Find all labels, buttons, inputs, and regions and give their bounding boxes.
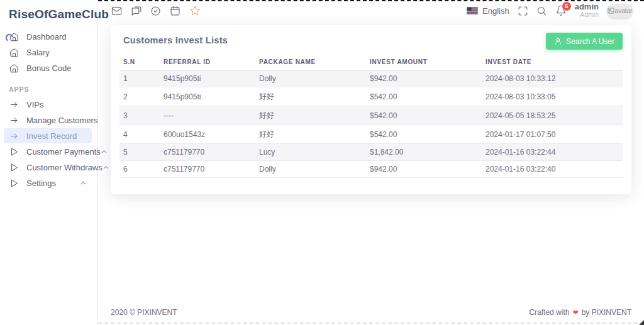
user-menu[interactable]: admin Admin <box>575 3 599 19</box>
sidebar-item-dashboard[interactable]: Dashboard <box>0 29 92 44</box>
cell-invest-date: 2024-05-05 18:53:25 <box>482 106 623 125</box>
col-header-referral-id: REFERRAL ID <box>160 55 255 70</box>
sidebar-item-label: Settings <box>26 179 80 188</box>
calendar-icon[interactable] <box>168 4 182 17</box>
cell-sn: 4 <box>119 125 160 144</box>
home-icon <box>9 31 19 42</box>
sidebar-item-label: Customer Withdraws <box>26 163 103 172</box>
heart-icon: ❤ <box>572 309 578 317</box>
table-row: 4 600uo1543z 好好 $542.00 2024-01-17 01:07… <box>119 125 623 144</box>
cell-referral-id: ---- <box>160 106 255 125</box>
col-header-invest-amount: INVEST AMOUNT <box>366 55 482 70</box>
arrow-right-icon <box>9 99 19 110</box>
cell-invest-date: 2024-08-03 10:33:05 <box>482 87 623 106</box>
table-header-row: S.N REFERRAL ID PACKAGE NAME INVEST AMOU… <box>119 55 623 70</box>
home-icon <box>9 47 19 58</box>
fullscreen-icon[interactable] <box>518 6 528 16</box>
cell-sn: 2 <box>119 87 160 106</box>
sidebar-item-settings[interactable]: Settings <box>0 175 92 190</box>
footer-crafted-suffix[interactable]: by PIXINVENT <box>582 308 631 317</box>
cell-invest-amount: $1,842.00 <box>366 144 482 161</box>
cell-package-name: 好好 <box>255 106 366 125</box>
sidebar-item-vips[interactable]: VIPs <box>0 97 92 112</box>
table-row: 5 c751179770 Lucy $1,842.00 2024-01-16 0… <box>119 144 623 161</box>
table-row: 2 9415p905ti 好好 $542.00 2024-08-03 10:33… <box>119 87 623 106</box>
bottom-dashed-border <box>98 322 644 324</box>
cell-package-name: Dolly <box>255 70 366 87</box>
sidebar-item-customer-withdraws[interactable]: Customer Withdraws <box>0 160 92 175</box>
search-a-user-label: Search A User <box>566 37 614 46</box>
sidebar: RiseOfGameClub Dashboard Salary Bonus Co… <box>0 0 98 325</box>
cell-invest-amount: $542.00 <box>366 87 482 106</box>
cell-referral-id: 9415p905ti <box>160 87 255 106</box>
sidebar-item-invest-record[interactable]: Invest Record <box>4 128 92 143</box>
sidebar-item-label: Customer Payments <box>26 147 101 157</box>
search-a-user-button[interactable]: Search A User <box>546 33 623 50</box>
loading-spinner-icon <box>5 33 14 42</box>
language-selector[interactable]: English <box>467 6 509 16</box>
sidebar-item-customer-payments[interactable]: Customer Payments <box>0 144 92 159</box>
invest-table: S.N REFERRAL ID PACKAGE NAME INVEST AMOU… <box>119 55 623 178</box>
card-title: Customers Invest Lists <box>123 33 228 45</box>
chat-icon[interactable] <box>129 4 143 17</box>
cell-invest-date: 2024-08-03 10:33:12 <box>482 70 623 87</box>
star-icon[interactable] <box>187 4 202 17</box>
table-row: 1 9415p905ti Dolly $942.00 2024-08-03 10… <box>119 70 623 87</box>
home-icon <box>9 63 19 74</box>
main-area: Customers Invest Lists Search A User S.N… <box>98 19 644 308</box>
notification-badge: 5 <box>562 2 571 11</box>
navbar-right: English 5 admin Admin <box>467 3 633 19</box>
card-header: Customers Invest Lists Search A User <box>111 25 631 55</box>
cell-referral-id: 600uo1543z <box>160 125 255 144</box>
cell-referral-id: 9415p905ti <box>160 70 255 87</box>
cell-invest-date: 2024-01-17 01:07:50 <box>482 125 623 144</box>
sidebar-item-label: VIPs <box>26 100 87 109</box>
sidebar-item-salary[interactable]: Salary <box>0 45 92 60</box>
play-icon <box>9 178 19 189</box>
cell-sn: 1 <box>119 70 160 87</box>
invest-list-card: Customers Invest Lists Search A User S.N… <box>111 25 631 194</box>
cell-sn: 5 <box>119 144 160 161</box>
sidebar-item-bonus-code[interactable]: Bonus Code <box>0 60 92 75</box>
cell-referral-id: c751179770 <box>160 161 255 178</box>
cell-package-name: Lucy <box>255 144 366 161</box>
play-icon <box>9 146 19 157</box>
play-icon <box>9 162 19 173</box>
cell-invest-date: 2024-01-16 03:22:44 <box>482 144 623 161</box>
chevron-up-icon <box>80 180 87 187</box>
app-root: RiseOfGameClub Dashboard Salary Bonus Co… <box>0 0 644 325</box>
brand-logo[interactable]: RiseOfGameClub <box>0 4 97 29</box>
bookmark-shortcuts <box>109 4 202 17</box>
arrow-right-icon <box>9 131 19 141</box>
cell-invest-amount: $542.00 <box>366 106 482 125</box>
corner-resize-mark <box>639 320 644 325</box>
col-header-package-name: PACKAGE NAME <box>255 55 366 70</box>
sidebar-item-label: Bonus Code <box>26 63 87 73</box>
mail-icon[interactable] <box>109 4 124 17</box>
search-icon[interactable] <box>536 6 547 16</box>
chevron-up-icon <box>101 148 108 155</box>
cell-invest-amount: $942.00 <box>366 70 482 87</box>
sidebar-item-label: Manage Customers <box>26 116 97 125</box>
sidebar-item-label: Salary <box>26 48 87 57</box>
cell-sn: 3 <box>119 106 160 125</box>
notifications-bell-icon[interactable]: 5 <box>555 5 567 16</box>
avatar[interactable]: avatar <box>607 4 633 18</box>
language-label: English <box>482 6 509 16</box>
top-navbar: English 5 admin Admin <box>98 0 644 19</box>
cell-referral-id: c751179770 <box>160 144 255 161</box>
user-role: Admin <box>575 11 599 19</box>
cell-package-name: 好好 <box>255 125 366 144</box>
cell-sn: 6 <box>119 161 160 178</box>
sidebar-item-manage-customers[interactable]: Manage Customers <box>0 113 92 128</box>
table-row: 3 ---- 好好 $542.00 2024-05-05 18:53:25 <box>119 106 623 125</box>
sidebar-item-label: Invest Record <box>26 131 87 141</box>
col-header-sn: S.N <box>119 55 160 70</box>
broken-image-icon <box>608 8 614 14</box>
chevron-up-icon <box>103 164 109 171</box>
footer-crafted-prefix: Crafted with <box>529 308 569 317</box>
sidebar-item-label: Dashboard <box>26 32 87 41</box>
cell-invest-amount: $542.00 <box>366 125 482 144</box>
arrow-right-icon <box>9 115 19 126</box>
check-circle-icon[interactable] <box>148 4 163 17</box>
